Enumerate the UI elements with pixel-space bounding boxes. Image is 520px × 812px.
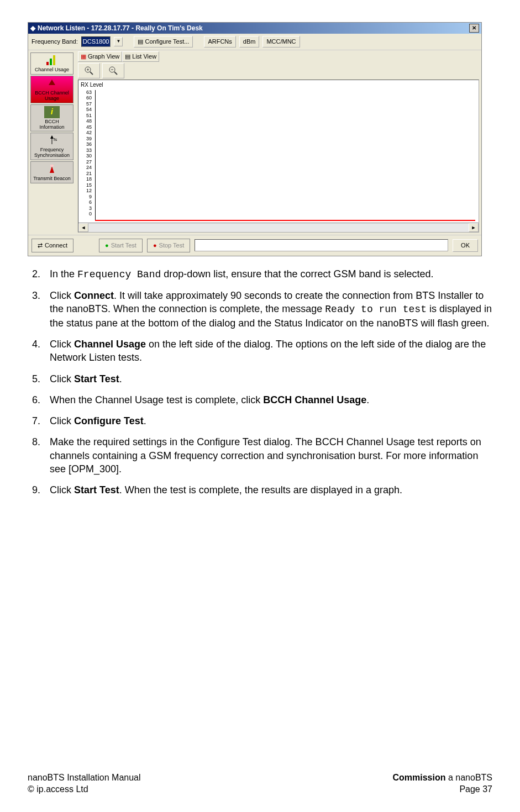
stop-test-button[interactable]: ● Stop Test (147, 239, 190, 252)
close-icon[interactable]: ✕ (469, 24, 479, 33)
instruction-step: Click Start Test. When the test is compl… (43, 483, 492, 497)
zoom-in-icon (84, 66, 94, 76)
chart-baseline (95, 220, 475, 221)
frequency-icon: fs (44, 134, 60, 146)
freq-band-dropdown[interactable]: DCS1800 (81, 36, 111, 47)
sidebar-item-channel-usage[interactable]: Channel Usage (30, 52, 73, 75)
instruction-list: In the Frequency Band drop-down list, en… (28, 267, 492, 497)
bottom-bar: ⇄ Connect ● Start Test ● Stop Test OK (28, 235, 481, 256)
svg-marker-6 (50, 166, 54, 173)
zoom-out-icon (108, 66, 118, 76)
instruction-step: In the Frequency Band drop-down list, en… (43, 267, 492, 281)
sidebar-item-label: BCCH Information (32, 119, 72, 130)
window-icon: ◆ (30, 24, 35, 33)
scroll-left-icon[interactable]: ◄ (78, 223, 88, 232)
connect-icon: ⇄ (38, 241, 43, 250)
network-listen-dialog: ◆ Network Listen - 172.28.17.77 - Really… (28, 22, 482, 256)
scroll-right-icon[interactable]: ► (469, 223, 479, 232)
configure-test-button[interactable]: ▤ Configure Test... (134, 36, 193, 48)
instruction-step: When the Channel Usage test is complete,… (43, 393, 492, 407)
view-tabs: ▦ Graph View ▤ List View (78, 51, 479, 62)
chart-body (95, 90, 475, 221)
mcc-mnc-button[interactable]: MCC/MNC (262, 36, 300, 48)
chart-title: RX Level (78, 80, 479, 90)
dbm-button[interactable]: dBm (239, 36, 260, 48)
play-icon: ● (105, 241, 109, 250)
ok-button[interactable]: OK (453, 239, 478, 252)
sidebar-item-frequency-sync[interactable]: fs Frequency Synchronisation (30, 133, 73, 160)
sidebar-item-label: Transmit Beacon (33, 176, 71, 182)
beacon-icon (44, 163, 60, 175)
stop-icon: ● (153, 241, 157, 250)
instruction-step: Click Connect. It will take approximatel… (43, 289, 492, 330)
tab-graph-view[interactable]: ▦ Graph View (78, 51, 122, 62)
scroll-track[interactable] (88, 223, 469, 232)
svg-text:fs: fs (54, 137, 57, 142)
svg-rect-0 (46, 62, 49, 65)
window-title: Network Listen - 172.28.17.77 - Really O… (38, 24, 203, 33)
instruction-step: Click Channel Usage on the left side of … (43, 338, 492, 365)
page-icon: ▤ (138, 38, 143, 46)
freq-band-label: Frequency Band: (31, 38, 78, 46)
status-pane (195, 239, 448, 251)
sidebar: Channel Usage BCCH Channel Usage i BCCH … (28, 50, 76, 235)
svg-line-9 (90, 72, 93, 75)
connect-button[interactable]: ⇄ Connect (31, 239, 73, 252)
instruction-step: Click Start Test. (43, 372, 492, 386)
sidebar-item-label: BCCH Channel Usage (32, 91, 72, 102)
start-test-button[interactable]: ● Start Test (99, 239, 143, 252)
chart-icon: ▦ (81, 52, 86, 61)
tab-list-view[interactable]: ▤ List View (122, 51, 159, 62)
svg-rect-2 (53, 55, 55, 65)
instruction-step: Make the required settings in the Config… (43, 435, 492, 476)
sidebar-item-bcch-information[interactable]: i BCCH Information (30, 104, 73, 132)
list-icon: ▤ (125, 52, 130, 61)
zoom-out-button[interactable] (102, 63, 124, 78)
zoom-in-button[interactable] (78, 63, 100, 78)
sidebar-item-bcch-channel-usage[interactable]: BCCH Channel Usage (30, 76, 73, 103)
sidebar-item-label: Channel Usage (35, 67, 69, 73)
chevron-down-icon[interactable]: ▼ (114, 37, 123, 46)
svg-point-7 (50, 165, 54, 167)
info-icon: i (44, 106, 60, 118)
sidebar-item-label: Frequency Synchronisation (32, 147, 72, 159)
channel-usage-icon (44, 54, 60, 66)
sidebar-item-transmit-beacon[interactable]: Transmit Beacon (30, 161, 73, 183)
y-axis-ticks: 6360575451484542393633302724211815129630 (81, 90, 92, 218)
instruction-step: Click Configure Test. (43, 414, 492, 428)
arfcns-button[interactable]: ARFCNs (204, 36, 235, 48)
svg-rect-1 (50, 59, 52, 65)
bell-icon (44, 77, 60, 89)
rx-level-chart: RX Level 6360575451484542393633302724211… (78, 80, 479, 233)
horizontal-scrollbar[interactable]: ◄ ► (78, 223, 479, 232)
titlebar: ◆ Network Listen - 172.28.17.77 - Really… (28, 23, 481, 34)
toolbar: Frequency Band: DCS1800 ▼ ▤ Configure Te… (28, 34, 481, 50)
svg-line-13 (114, 72, 117, 75)
